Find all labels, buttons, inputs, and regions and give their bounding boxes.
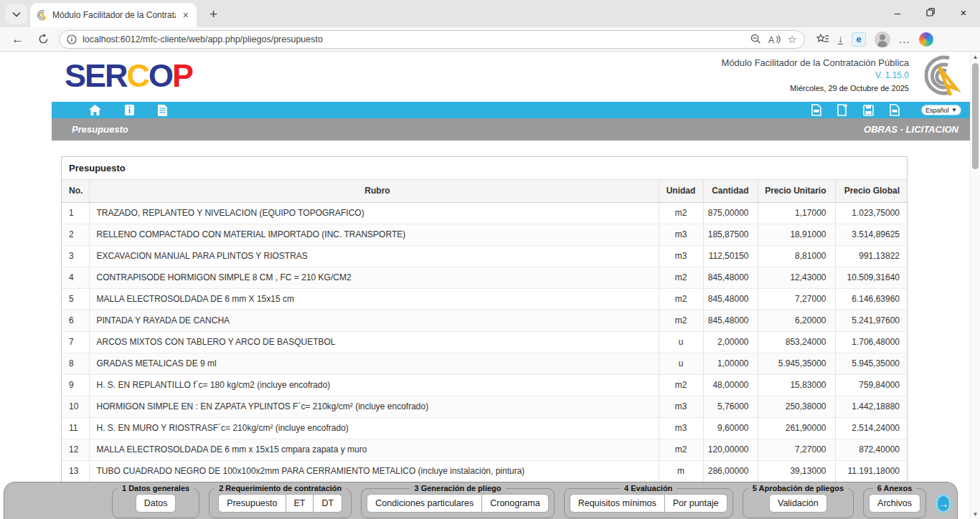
cell-precio_global: 991,13822 — [835, 245, 907, 267]
cell-rubro: H. S. EN REPLANTILLO f´c= 180 kg/cm2 (in… — [89, 374, 659, 396]
cell-precio_unitario: 7,27000 — [758, 288, 835, 310]
pdf-icon[interactable] — [890, 104, 900, 116]
cell-rubro: CONTRAPISODE HORMIGON SIMPLE 8 CM , FC =… — [89, 267, 659, 288]
info-icon[interactable] — [125, 105, 134, 115]
footer-section-legend: 6 Anexos — [873, 484, 917, 492]
cell-unidad: m2 — [659, 288, 703, 310]
new-document-icon[interactable] — [837, 104, 847, 116]
ie-mode-icon[interactable]: e — [852, 32, 866, 47]
cell-cantidad: 120,00000 — [703, 439, 758, 460]
cell-precio_unitario: 853,24000 — [758, 331, 835, 353]
footer-button-et[interactable]: ET — [286, 494, 314, 513]
footer-button-datos[interactable]: Datos — [136, 494, 176, 513]
table-row: 12MALLA ELECTROSOLDADA DE 6 mm x 15x15 c… — [62, 439, 907, 460]
scroll-up-icon[interactable]: ▲ — [973, 52, 979, 62]
copilot-icon[interactable] — [919, 32, 933, 47]
footer-button-archivos[interactable]: Archivos — [869, 494, 920, 513]
footer-button-cronograma[interactable]: Cronograma — [481, 494, 548, 513]
minimize-button[interactable]: – — [881, 0, 914, 24]
collections-icon[interactable] — [816, 34, 829, 44]
restore-icon — [926, 8, 935, 16]
cell-cantidad: 5,76000 — [703, 396, 758, 417]
footer-button-validaci-n[interactable]: Validación — [769, 494, 827, 513]
sercop-logo: SERCOP — [65, 57, 192, 95]
url-text[interactable]: localhost:6012/mfc-cliente/web/app.php/p… — [83, 34, 745, 44]
column-header-pu: Precio Unitario — [758, 180, 835, 202]
home-icon[interactable] — [89, 105, 101, 115]
footer-section-legend: 3 Generación de pliego — [410, 484, 505, 492]
scroll-down-icon[interactable]: ▼ — [973, 509, 979, 519]
zoom-out-icon[interactable] — [750, 34, 761, 44]
page-scrollbar[interactable]: ▲ ▼ — [970, 52, 980, 519]
cell-precio_unitario: 12,43000 — [758, 267, 835, 288]
cell-no: 13 — [62, 460, 89, 482]
footer-section-3: 3 Generación de pliegoCondiciones partic… — [361, 484, 554, 518]
downloads-icon[interactable]: ↓ — [838, 34, 843, 44]
budget-table: No.RubroUnidadCantidadPrecio UnitarioPre… — [62, 180, 907, 482]
footer-section-legend: 5 Aprobación de pliegos — [748, 484, 848, 492]
site-info-icon[interactable] — [67, 34, 77, 44]
browser-tab[interactable]: Módulo Facilitador de la Contrata × — [30, 3, 197, 27]
tab-close-icon[interactable]: × — [181, 9, 191, 21]
cell-unidad: m — [659, 460, 703, 482]
new-tab-button[interactable]: + — [204, 6, 223, 22]
cell-rubro: TRAZADO, REPLANTEO Y NIVELACION (EQUIPO … — [89, 202, 659, 224]
refresh-button[interactable] — [34, 34, 53, 44]
pdf-export-icon[interactable] — [811, 104, 821, 116]
profile-avatar[interactable] — [875, 32, 890, 47]
cell-precio_global: 5.945,35000 — [835, 353, 907, 374]
footer-button-presupuesto[interactable]: Presupuesto — [218, 494, 286, 513]
cell-precio_unitario: 8,81000 — [758, 245, 835, 267]
document-icon[interactable] — [158, 105, 167, 116]
cell-no: 4 — [62, 267, 89, 288]
cell-rubro: GRADAS METALICAS DE 9 ml — [89, 353, 659, 374]
footer-section-legend: 4 Evaluación — [620, 484, 677, 492]
tab-title: Módulo Facilitador de la Contrata — [52, 10, 176, 20]
cell-cantidad: 845,48000 — [703, 288, 758, 310]
app-version: V. 1.15.0 — [721, 70, 909, 80]
cell-no: 2 — [62, 224, 89, 245]
table-row: 11H. S. EN MURO Y RIOSTRASF´c= 210kg/cm²… — [62, 417, 907, 439]
back-button[interactable]: ← — [7, 32, 28, 47]
cell-unidad: m3 — [659, 396, 703, 417]
favorites-icon[interactable]: ☆ — [788, 33, 797, 46]
read-aloud-icon[interactable]: A — [768, 34, 781, 44]
footer-button-requisitos-m-nimos[interactable]: Requisitos mínimos — [570, 494, 665, 513]
next-step-button[interactable]: → — [936, 494, 951, 513]
footer-button-dt[interactable]: DT — [313, 494, 342, 513]
table-row: 5MALLA ELECTROSOLDADA DE 6 mm X 15x15 cm… — [62, 288, 907, 310]
cell-precio_global: 6.146,63960 — [835, 288, 907, 310]
save-icon[interactable] — [863, 105, 874, 116]
page-content: SERCOP Módulo Facilitador de la Contrata… — [0, 52, 980, 519]
column-header-no: No. — [62, 180, 89, 202]
cell-rubro: TUBO CUADRADO NEGRO DE 100x100x2mm PARA … — [89, 460, 659, 482]
cell-no: 10 — [62, 396, 89, 417]
cell-precio_global: 3.514,89625 — [835, 224, 907, 245]
cell-precio_global: 872,40000 — [835, 439, 907, 460]
table-row: 4CONTRAPISODE HORMIGON SIMPLE 8 CM , FC … — [62, 267, 907, 288]
cell-unidad: m2 — [659, 439, 703, 460]
cell-no: 11 — [62, 417, 89, 439]
settings-menu-icon[interactable]: ... — [899, 33, 910, 45]
cell-cantidad: 9,60000 — [703, 417, 758, 439]
footer-button-condiciones-particulares[interactable]: Condiciones particulares — [367, 494, 482, 513]
address-bar[interactable]: localhost:6012/mfc-cliente/web/app.php/p… — [59, 30, 805, 49]
cell-rubro: HORMIGON SIMPLE EN : EN ZAPATA YPLINTOS … — [89, 396, 659, 417]
process-type-label: OBRAS - LICITACION — [864, 124, 958, 135]
table-row: 10HORMIGON SIMPLE EN : EN ZAPATA YPLINTO… — [62, 396, 907, 417]
tab-strip: Módulo Facilitador de la Contrata × + – … — [0, 0, 980, 27]
scrollbar-thumb[interactable] — [972, 63, 979, 169]
cell-precio_global: 10.509,31640 — [835, 267, 907, 288]
cell-cantidad: 48,00000 — [703, 374, 758, 396]
tab-search-button[interactable] — [6, 4, 27, 24]
cell-no: 7 — [62, 331, 89, 353]
app-title: Módulo Facilitador de la Contratación Pú… — [721, 57, 909, 68]
close-button[interactable]: × — [947, 0, 980, 24]
cell-unidad: m2 — [659, 310, 703, 331]
restore-button[interactable] — [914, 0, 947, 24]
cell-rubro: RELLENO COMPACTADO CON MATERIAL IMPORTAD… — [89, 224, 659, 245]
column-header-cantidad: Cantidad — [703, 180, 758, 202]
chevron-down-icon — [12, 11, 21, 17]
language-select[interactable]: Español ▼ — [921, 105, 961, 115]
footer-button-por-puntaje[interactable]: Por puntaje — [664, 494, 727, 513]
